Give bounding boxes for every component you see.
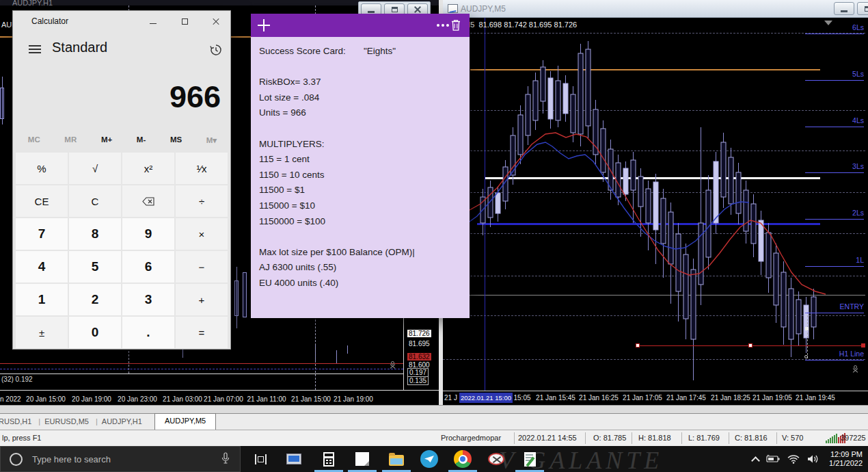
trade-line-handle[interactable] — [861, 343, 865, 348]
sticky-note-header[interactable] — [251, 14, 470, 37]
this-pc-icon[interactable] — [278, 446, 310, 472]
sticky-note-window: Success Score Card: "Eights"RiskBOx= 3.3… — [251, 14, 470, 318]
new-note-icon[interactable] — [258, 19, 270, 31]
level-line — [805, 172, 864, 173]
window-edge — [0, 405, 868, 413]
file-explorer-icon[interactable] — [381, 446, 412, 472]
tray-chevron-icon[interactable] — [752, 455, 759, 464]
candle-wick — [236, 267, 237, 328]
indicator-pane-separator — [0, 390, 439, 391]
calc-key-3[interactable]: 3 — [122, 284, 174, 315]
delete-note-icon[interactable] — [450, 18, 461, 31]
restore-button[interactable] — [857, 2, 868, 15]
time-label: 21 Jan 07:00 — [204, 395, 243, 403]
search-placeholder: Type here to search — [32, 454, 221, 464]
note-line: 1150000 = $100 — [259, 214, 461, 230]
connection-bar — [826, 441, 827, 443]
calc-key-x²[interactable]: x² — [122, 153, 174, 184]
memory-button-M+[interactable]: M+ — [101, 135, 112, 145]
calc-key-C[interactable]: C — [69, 185, 121, 217]
calc-key-5[interactable]: 5 — [69, 251, 121, 283]
chart-tab-rusd-h1[interactable]: RUSD,H1 — [0, 415, 38, 430]
calc-key-0[interactable]: 0 — [69, 317, 121, 348]
chart-tab-audjpy-m5[interactable]: AUDJPY,M5 — [154, 413, 216, 430]
minimize-button[interactable] — [148, 17, 158, 25]
calc-key-¹⁄x[interactable]: ¹⁄x — [176, 153, 228, 184]
dropdown-arrow-icon[interactable] — [824, 21, 832, 25]
calc-key-backspace[interactable] — [122, 185, 174, 217]
calc-key-=[interactable]: = — [176, 317, 228, 348]
level-label-4ls: 4Ls — [852, 116, 864, 124]
calc-key-8[interactable]: 8 — [69, 218, 121, 250]
volume-icon[interactable] — [807, 454, 819, 464]
trade-line-handle[interactable] — [748, 343, 752, 348]
search-input[interactable]: Type here to search — [0, 446, 241, 472]
more-options-icon[interactable] — [437, 24, 439, 27]
current-price-line — [0, 363, 403, 364]
note-line: MULTIPLYERS: — [259, 137, 461, 153]
connection-traffic: 397225 — [841, 434, 866, 442]
calc-key-+[interactable]: + — [176, 284, 228, 315]
skull-marker-icon — [390, 361, 396, 368]
calc-key-−[interactable]: − — [176, 251, 228, 283]
calc-key-9[interactable]: 9 — [122, 218, 174, 250]
memory-button-MC[interactable]: MC — [28, 135, 40, 145]
level-line — [805, 127, 864, 127]
sticky-note-body[interactable]: Success Score Card: "Eights"RiskBOx= 3.3… — [251, 37, 470, 318]
calc-key-.[interactable]: . — [122, 317, 174, 348]
calc-key-%[interactable]: % — [16, 153, 68, 184]
right-chart-titlebar[interactable]: AUDJPY,M5 — [443, 0, 868, 18]
memory-button-MS[interactable]: MS — [170, 135, 182, 145]
right-chart-plot[interactable]: AUDJPY,M5 81.698 81.742 81.695 81.726 6L… — [443, 18, 868, 391]
calc-key-1[interactable]: 1 — [16, 284, 68, 315]
chart-tab-audjpy-h1[interactable]: AUDJPY,H1 — [95, 415, 149, 430]
memory-button-MR[interactable]: MR — [64, 135, 77, 145]
time-label: 21 Jan 19:05 — [752, 394, 792, 402]
note-line — [259, 60, 461, 75]
calc-key-6[interactable]: 6 — [122, 251, 174, 283]
calc-key-√[interactable]: √ — [69, 153, 121, 184]
menu-icon[interactable] — [29, 45, 41, 55]
memory-button-M-[interactable]: M- — [137, 135, 146, 145]
connection-bar — [830, 438, 831, 443]
calc-key-÷[interactable]: ÷ — [176, 185, 228, 217]
microphone-icon[interactable] — [221, 452, 230, 466]
level-line — [805, 34, 864, 34]
history-icon[interactable] — [210, 44, 222, 56]
battery-icon[interactable] — [766, 455, 780, 463]
connection-bar — [834, 435, 835, 443]
snipping-tool-icon[interactable] — [480, 446, 512, 472]
status-separator — [681, 432, 682, 444]
maximize-button[interactable] — [180, 17, 189, 25]
connection-bar — [832, 436, 833, 443]
trade-line-handle[interactable] — [636, 343, 640, 348]
wordpad-icon[interactable] — [514, 446, 545, 472]
calc-key-2[interactable]: 2 — [69, 284, 121, 315]
chrome-icon[interactable] — [447, 446, 478, 472]
memory-button-M[interactable]: M▾ — [206, 135, 217, 145]
telegram-icon[interactable] — [413, 446, 445, 472]
calc-key-7[interactable]: 7 — [16, 218, 68, 250]
close-button[interactable] — [211, 17, 221, 25]
note-line: RiskBOx= 3.37 — [259, 75, 461, 90]
calc-key-CE[interactable]: CE — [16, 185, 68, 217]
candle-wick — [336, 350, 337, 363]
note-line: Units = 966 — [259, 105, 461, 121]
task-view-icon[interactable] — [245, 446, 276, 472]
calculator-icon[interactable] — [313, 446, 344, 472]
wifi-icon[interactable] — [787, 455, 800, 464]
clock[interactable]: 12:09 PM 1/21/2022 — [829, 450, 863, 468]
minimize-button[interactable] — [834, 2, 854, 15]
chart-tab-eurusd-m5[interactable]: EURUSD,M5 — [38, 415, 96, 430]
calc-key-4[interactable]: 4 — [16, 251, 68, 283]
calculator-titlebar[interactable]: Calculator — [13, 11, 230, 31]
sticky-notes-icon[interactable] — [347, 446, 378, 472]
clock-date: 1/21/2022 — [829, 459, 863, 468]
candle — [243, 272, 247, 317]
time-label: 21 Jan 18:25 — [711, 394, 750, 402]
note-line: Lot size = .084 — [259, 90, 461, 106]
restore-icon — [392, 7, 398, 12]
calc-key-±[interactable]: ± — [16, 317, 68, 348]
desktop: AUDJPY,H1 AUDJPY,H1 (3 — [0, 0, 868, 472]
calc-key-×[interactable]: × — [176, 218, 228, 250]
